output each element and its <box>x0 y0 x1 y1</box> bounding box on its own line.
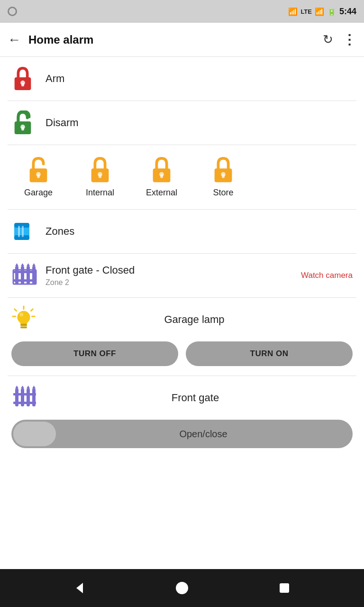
store-label: Store <box>213 188 233 198</box>
svg-rect-40 <box>20 322 27 324</box>
disarm-label: Disarm <box>46 117 79 129</box>
svg-rect-2 <box>21 83 24 87</box>
svg-marker-51 <box>32 386 36 388</box>
slider-thumb <box>13 422 56 446</box>
svg-line-36 <box>31 309 33 311</box>
svg-rect-8 <box>37 175 40 178</box>
nav-home-button[interactable] <box>173 579 191 597</box>
gate-title: Front gate - Closed <box>46 264 301 276</box>
status-bar-right: 📶 LTE 📶 🔋 5:44 <box>288 7 356 17</box>
svg-rect-22 <box>22 226 24 237</box>
svg-rect-52 <box>13 393 36 395</box>
gate-info: Front gate - Closed Zone 2 <box>46 264 301 287</box>
svg-marker-30 <box>27 263 30 266</box>
arm-icon <box>11 66 46 91</box>
more-menu-button[interactable]: ⋮ <box>343 32 356 47</box>
page-title: Home alarm <box>28 33 323 46</box>
zone-item-store[interactable]: Store <box>192 156 254 198</box>
arm-label: Arm <box>46 73 64 85</box>
svg-point-55 <box>176 582 188 594</box>
nav-back-button[interactable] <box>71 579 88 597</box>
svg-rect-14 <box>160 175 163 178</box>
turn-on-button[interactable]: TURN ON <box>186 341 353 366</box>
svg-marker-49 <box>21 386 24 388</box>
zones-row: Garage Internal External <box>0 145 364 209</box>
svg-marker-29 <box>21 263 24 266</box>
svg-rect-41 <box>20 324 27 326</box>
bulb-icon <box>11 305 36 332</box>
watch-camera-button[interactable]: Watch camera <box>301 271 353 280</box>
svg-point-39 <box>17 311 30 324</box>
external-lock-icon <box>149 156 174 184</box>
zones-label: Zones <box>46 225 74 238</box>
status-bar-left <box>8 7 17 16</box>
slider-label: Open/close <box>56 429 351 440</box>
svg-marker-54 <box>76 583 83 593</box>
svg-rect-17 <box>222 175 225 178</box>
nav-recent-icon <box>278 581 291 595</box>
gate-section-fence-icon <box>11 384 38 410</box>
garage-lamp-title: Garage lamp <box>36 313 353 326</box>
turn-off-button[interactable]: TURN OFF <box>11 341 178 366</box>
locked-red-icon <box>11 66 34 91</box>
zones-icon <box>11 219 46 244</box>
external-label: External <box>146 188 177 198</box>
svg-rect-11 <box>99 175 101 178</box>
status-circle-icon <box>8 7 17 16</box>
svg-rect-32 <box>13 271 36 273</box>
nav-home-icon <box>175 581 189 595</box>
svg-rect-53 <box>13 402 36 404</box>
svg-rect-33 <box>13 279 36 282</box>
lamp-buttons: TURN OFF TURN ON <box>11 341 353 366</box>
garage-lamp-section: Garage lamp TURN OFF TURN ON <box>0 298 364 376</box>
lamp-header: Garage lamp <box>11 305 353 334</box>
gate-section-icon <box>11 384 38 412</box>
front-gate-control-section: Front gate Open/close <box>0 376 364 458</box>
zone-item-internal[interactable]: Internal <box>69 156 131 198</box>
nav-recent-button[interactable] <box>276 579 293 597</box>
svg-marker-48 <box>15 386 18 388</box>
gate-fence-icon <box>11 261 38 288</box>
arm-list-item[interactable]: Arm <box>0 57 364 101</box>
open-close-slider[interactable]: Open/close <box>11 420 353 448</box>
zone-item-garage[interactable]: Garage <box>8 156 69 198</box>
zones-drum-icon <box>11 219 32 244</box>
lte-icon: LTE <box>300 8 312 15</box>
store-lock-icon <box>211 156 236 184</box>
svg-point-43 <box>19 313 23 316</box>
front-gate-zone-icon <box>11 261 38 290</box>
zone-item-external[interactable]: External <box>131 156 192 198</box>
svg-marker-31 <box>32 263 36 266</box>
front-gate-control-title: Front gate <box>38 392 353 404</box>
garage-label: Garage <box>24 188 53 198</box>
svg-rect-21 <box>18 226 20 237</box>
lamp-icon <box>11 305 36 334</box>
disarm-icon <box>11 110 46 135</box>
internal-lock-icon <box>88 156 112 184</box>
garage-lock-icon <box>26 156 51 184</box>
svg-marker-50 <box>27 386 30 388</box>
gate-subtitle: Zone 2 <box>46 278 301 287</box>
unlocked-green-icon <box>11 110 34 135</box>
content-area: Arm Disarm Gara <box>0 57 364 569</box>
back-button[interactable]: ← <box>8 33 21 46</box>
status-bar: 📶 LTE 📶 🔋 5:44 <box>0 0 364 23</box>
nav-back-icon <box>73 581 87 595</box>
svg-rect-42 <box>20 326 27 328</box>
app-bar: ← Home alarm ↻ ⋮ <box>0 23 364 57</box>
battery-icon: 🔋 <box>327 7 337 16</box>
refresh-button[interactable]: ↻ <box>323 32 333 47</box>
front-gate-zone-item[interactable]: Front gate - Closed Zone 2 Watch camera <box>0 254 364 297</box>
svg-rect-5 <box>21 127 24 131</box>
status-time: 5:44 <box>339 7 356 17</box>
wifi-icon: 📶 <box>288 7 298 16</box>
svg-rect-56 <box>280 583 289 593</box>
svg-line-35 <box>15 309 17 311</box>
gate-section-header: Front gate <box>11 384 353 412</box>
svg-marker-28 <box>15 263 18 266</box>
bottom-navigation <box>0 569 364 607</box>
disarm-list-item[interactable]: Disarm <box>0 101 364 145</box>
signal-icon: 📶 <box>315 7 324 16</box>
internal-label: Internal <box>86 188 114 198</box>
zones-list-item[interactable]: Zones <box>0 210 364 253</box>
